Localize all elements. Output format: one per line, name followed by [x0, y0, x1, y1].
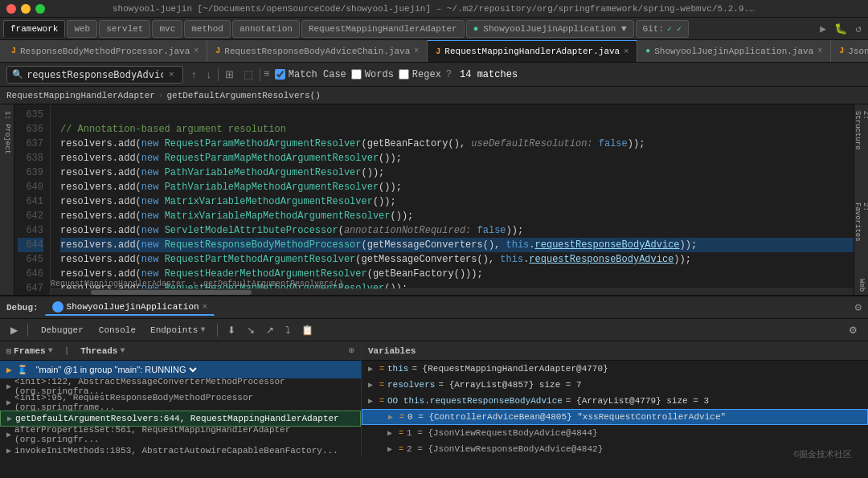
- bottom-bc-class: RequestMappingHandlerAdapter: [51, 280, 186, 288]
- var-item-2[interactable]: ▶ = 2 = {JsonViewResponseBodyAdvice@4842…: [362, 441, 868, 456]
- var-rrba[interactable]: ▶ = OO this.requestResponseBodyAdvice = …: [362, 393, 868, 409]
- frame-item-1[interactable]: ▶ <init>:95, RequestResponseBodyMethodPr…: [0, 394, 361, 411]
- thread-item-main[interactable]: ▶ 🧵 "main" @1 in group "main": RUNNING: [0, 361, 361, 378]
- file-tab-1[interactable]: J RequestResponseBodyAdviceChain.java ×: [207, 40, 428, 63]
- breadcrumb-item-0[interactable]: RequestMappingHandlerAdapter: [6, 91, 155, 100]
- frame-text-3: afterPropertiesSet:561, RequestMappingHa…: [14, 425, 354, 444]
- file-tab-close-0[interactable]: ×: [194, 47, 199, 55]
- toolbar-tab-web[interactable]: web: [67, 20, 97, 38]
- help-button[interactable]: ?: [446, 69, 452, 80]
- thread-play-icon: ▶: [6, 365, 12, 375]
- resume-button[interactable]: ▶: [6, 322, 22, 338]
- frame-item-4[interactable]: ▶ invokeInitMethods:1853, AbstractAutowi…: [0, 443, 361, 456]
- toolbar-tab-mvc[interactable]: mvc: [152, 20, 182, 38]
- toolbar-tab-method[interactable]: method: [184, 20, 231, 38]
- debug-settings-icon[interactable]: ⚙: [855, 300, 862, 314]
- toolbar-tab-git[interactable]: Git: ✓ ✓: [636, 20, 689, 38]
- var-expand-resolvers: ▶: [368, 380, 376, 390]
- breadcrumb-item-1[interactable]: getDefaultArgumentResolvers(): [166, 91, 320, 100]
- horizontal-scrollbar[interactable]: [51, 288, 854, 295]
- titlebar: showyool-juejin [~/Documents/openSourceC…: [0, 0, 868, 18]
- thread-selector[interactable]: "main" @1 in group "main": RUNNING: [33, 364, 199, 375]
- toolbar-tab-framework-label: framework: [10, 24, 58, 34]
- file-tab-label-2: RequestMappingHandlerAdapter.java: [444, 47, 620, 56]
- var-this[interactable]: ▶ = this = {RequestMappingHandlerAdapter…: [362, 361, 868, 377]
- match-case-checkbox[interactable]: [275, 69, 285, 80]
- left-sidebar: 1: Project: [0, 104, 14, 295]
- file-tab-2[interactable]: J RequestMappingHandlerAdapter.java ×: [428, 40, 637, 63]
- search-actions: ↑ ↓ ⊞ ⬚ ≡: [188, 67, 270, 83]
- var-name-rrba: OO this.requestResponseBodyAdvice: [387, 396, 563, 406]
- debug-header: Debug: ShowyoolJuejinApplication × ⚙: [0, 296, 868, 319]
- file-tab-close-3[interactable]: ×: [817, 47, 822, 55]
- toolbar-tab-app[interactable]: ● ShowyoolJuejinApplication ▼: [466, 20, 634, 38]
- file-tab-close-1[interactable]: ×: [414, 47, 419, 55]
- words-option[interactable]: Words: [351, 69, 394, 80]
- match-case-label: Match Case: [289, 69, 346, 80]
- var-item-0[interactable]: ▶ = 0 = {ControllerAdviceBean@4805} "xss…: [362, 409, 868, 425]
- step-over-button[interactable]: ⬇: [223, 322, 240, 338]
- step-out-button[interactable]: ↗: [262, 322, 278, 338]
- prev-match-button[interactable]: ↑: [188, 67, 200, 83]
- endpoints-tab[interactable]: Endpoints ▼: [144, 324, 211, 337]
- var-resolvers[interactable]: ▶ = resolvers = {ArrayList@4857} size = …: [362, 377, 868, 393]
- code-container[interactable]: 635 636 637 638 639 640 641 642 643 644 …: [14, 104, 854, 295]
- debugger-tab[interactable]: Debugger: [34, 323, 91, 337]
- var-icon-2: =: [399, 445, 403, 454]
- project-panel-tab[interactable]: 1: Project: [3, 108, 11, 157]
- web-panel-tab[interactable]: Web: [858, 276, 866, 295]
- run-button[interactable]: ▶: [817, 22, 829, 35]
- step-into-button[interactable]: ↘: [243, 322, 259, 338]
- app-run-icon: [52, 301, 63, 313]
- minimize-button[interactable]: [21, 4, 31, 14]
- toolbar-tab-servlet[interactable]: servlet: [99, 20, 150, 38]
- toolbar-tab-requestmapping[interactable]: RequestMappingHandlerAdapter: [301, 20, 465, 38]
- console-tab[interactable]: Console: [92, 324, 142, 337]
- file-tab-close-2[interactable]: ×: [624, 47, 628, 56]
- frame-item-2[interactable]: ▶ getDefaultArgumentResolvers:644, Reque…: [0, 411, 361, 427]
- filter-threads-button[interactable]: ⊕: [349, 345, 354, 357]
- rollback-button[interactable]: ↺: [852, 22, 865, 35]
- search-input[interactable]: [27, 69, 163, 80]
- structure-panel-tab[interactable]: Z: Structure: [854, 108, 869, 165]
- var-item-1[interactable]: ▶ = 1 = {JsonViewRequestBodyAdvice@4844}: [362, 425, 868, 441]
- words-checkbox[interactable]: [351, 69, 362, 80]
- match-case-option[interactable]: Match Case: [275, 69, 346, 80]
- filter2-button[interactable]: ⬚: [240, 67, 256, 83]
- endpoints-chevron: ▼: [200, 325, 205, 334]
- filter-button[interactable]: ⊞: [222, 67, 237, 83]
- git-status-icon: ✓ ✓: [667, 24, 682, 34]
- file-tab-3[interactable]: ● ShowyoolJuejinApplication.java ×: [637, 40, 831, 63]
- file-tab-4[interactable]: J JsonViewRequestBodyAdvice.java ×: [831, 40, 868, 63]
- regex-option[interactable]: Regex: [399, 69, 441, 80]
- clear-search-button[interactable]: ×: [166, 70, 177, 80]
- toolbar-tab-annotation[interactable]: annotation: [232, 20, 300, 38]
- breadcrumb-bar: RequestMappingHandlerAdapter › getDefaul…: [0, 87, 868, 104]
- var-text-2: 2 = {JsonViewResponseBodyAdvice@4842}: [407, 444, 603, 454]
- debug-tab-app[interactable]: ShowyoolJuejinApplication ×: [45, 299, 215, 316]
- code-line-639: resolvers.add(new PathVariableMethodArgu…: [60, 165, 854, 180]
- filter-icon[interactable]: ≡: [264, 68, 270, 80]
- frame-item-0[interactable]: ▶ <init>:122, AbstractMessageConverterMe…: [0, 378, 361, 394]
- frames-dropdown-icon[interactable]: ▼: [48, 346, 53, 355]
- evaluate-button[interactable]: 📋: [297, 322, 317, 338]
- toolbar-tab-annotation-label: annotation: [240, 24, 293, 34]
- debug-run-button[interactable]: 🐛: [831, 22, 850, 35]
- threads-dropdown-icon[interactable]: ▼: [120, 346, 125, 355]
- scrollbar-thumb[interactable]: [91, 290, 252, 295]
- editor-area[interactable]: 635 636 637 638 639 640 641 642 643 644 …: [14, 104, 854, 295]
- file-tab-0[interactable]: J ResponseBodyMethodProcessor.java ×: [3, 40, 207, 63]
- debug-toolbar: ▶ Debugger Console Endpoints ▼ ⬇ ↘ ↗ ⤵ 📋…: [0, 319, 868, 341]
- toolbar-tab-framework[interactable]: framework: [3, 20, 65, 38]
- debug-app-close[interactable]: ×: [203, 303, 207, 312]
- favorites-panel-tab[interactable]: 2: Favorites: [854, 199, 869, 257]
- run-to-cursor-button[interactable]: ⤵: [281, 322, 294, 338]
- frames-list: ▶ <init>:122, AbstractMessageConverterMe…: [0, 378, 361, 456]
- frame-item-3[interactable]: ▶ afterPropertiesSet:561, RequestMapping…: [0, 427, 361, 443]
- maximize-button[interactable]: [35, 4, 45, 14]
- next-match-button[interactable]: ↓: [203, 67, 215, 83]
- close-button[interactable]: [6, 4, 16, 14]
- settings-button-debug[interactable]: ⚙: [845, 322, 862, 338]
- variables-header: Variables: [362, 341, 868, 361]
- regex-checkbox[interactable]: [399, 69, 409, 80]
